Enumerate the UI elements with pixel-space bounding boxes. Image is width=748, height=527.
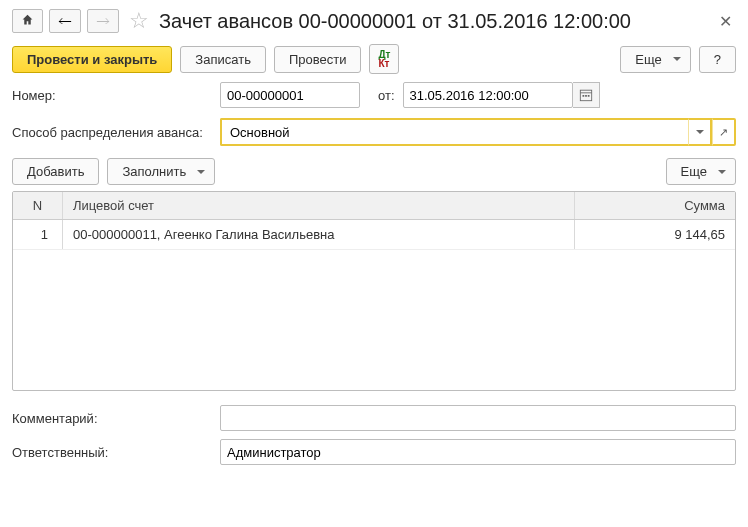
table-more-button[interactable]: Еще: [666, 158, 736, 185]
col-header-account[interactable]: Лицевой счет: [63, 192, 575, 219]
cell-account: 00-000000011, Агеенко Галина Васильевна: [63, 220, 575, 249]
responsible-input[interactable]: [220, 439, 736, 465]
forward-button: 🡒: [87, 9, 119, 33]
cell-sum: 9 144,65: [575, 220, 735, 249]
favorite-star-icon[interactable]: ☆: [125, 8, 153, 34]
help-button[interactable]: ?: [699, 46, 736, 73]
comment-label: Комментарий:: [12, 411, 212, 426]
number-input[interactable]: [220, 82, 360, 108]
table-header: N Лицевой счет Сумма: [13, 192, 735, 220]
close-icon[interactable]: ✕: [715, 10, 736, 33]
home-button[interactable]: [12, 9, 43, 33]
save-button[interactable]: Записать: [180, 46, 266, 73]
post-button[interactable]: Провести: [274, 46, 362, 73]
distribution-open-button[interactable]: ↗: [712, 118, 736, 146]
chevron-down-icon: [696, 130, 704, 138]
responsible-label: Ответственный:: [12, 445, 212, 460]
date-input[interactable]: [403, 82, 573, 108]
date-from-label: от:: [378, 88, 395, 103]
col-header-sum[interactable]: Сумма: [575, 192, 735, 219]
fill-button[interactable]: Заполнить: [107, 158, 215, 185]
rows-table: N Лицевой счет Сумма 1 00-000000011, Аге…: [12, 191, 736, 391]
svg-rect-3: [585, 95, 587, 97]
home-icon: [21, 13, 34, 26]
distribution-label: Способ распределения аванса:: [12, 125, 212, 140]
back-button[interactable]: 🡐: [49, 9, 81, 33]
svg-rect-4: [587, 95, 589, 97]
number-label: Номер:: [12, 88, 212, 103]
calendar-icon: [579, 88, 593, 102]
distribution-dropdown-button[interactable]: [688, 118, 712, 146]
dtkt-icon: ДтКт: [378, 50, 390, 68]
comment-input[interactable]: [220, 405, 736, 431]
more-button[interactable]: Еще: [620, 46, 690, 73]
post-and-close-button[interactable]: Провести и закрыть: [12, 46, 172, 73]
cell-n: 1: [13, 220, 63, 249]
calendar-button[interactable]: [573, 82, 600, 108]
distribution-input[interactable]: [220, 118, 688, 146]
open-ref-icon: ↗: [719, 126, 728, 139]
add-row-button[interactable]: Добавить: [12, 158, 99, 185]
svg-rect-2: [582, 95, 584, 97]
dtkt-button[interactable]: ДтКт: [369, 44, 399, 74]
table-row[interactable]: 1 00-000000011, Агеенко Галина Васильевн…: [13, 220, 735, 250]
col-header-n[interactable]: N: [13, 192, 63, 219]
window-title: Зачет авансов 00-00000001 от 31.05.2016 …: [159, 10, 631, 33]
